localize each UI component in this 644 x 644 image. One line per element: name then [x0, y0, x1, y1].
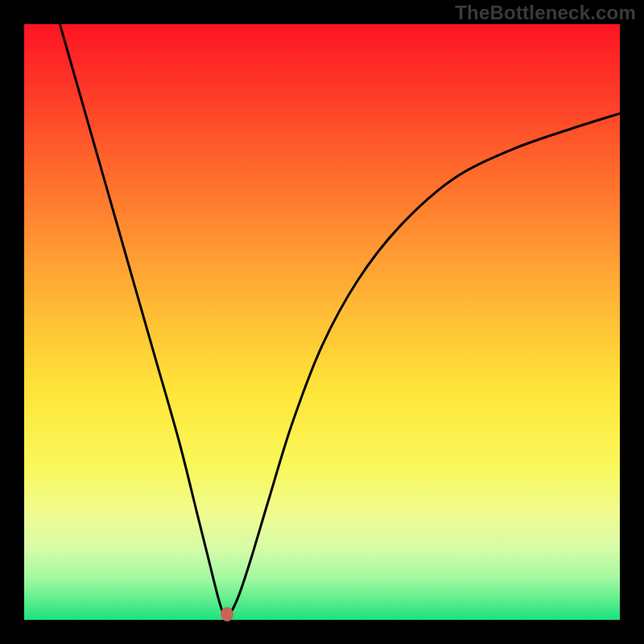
plot-gradient-background	[24, 24, 620, 620]
optimal-point-marker	[221, 607, 233, 621]
chart-frame: TheBottleneck.com	[0, 0, 644, 644]
watermark-text: TheBottleneck.com	[455, 2, 636, 24]
